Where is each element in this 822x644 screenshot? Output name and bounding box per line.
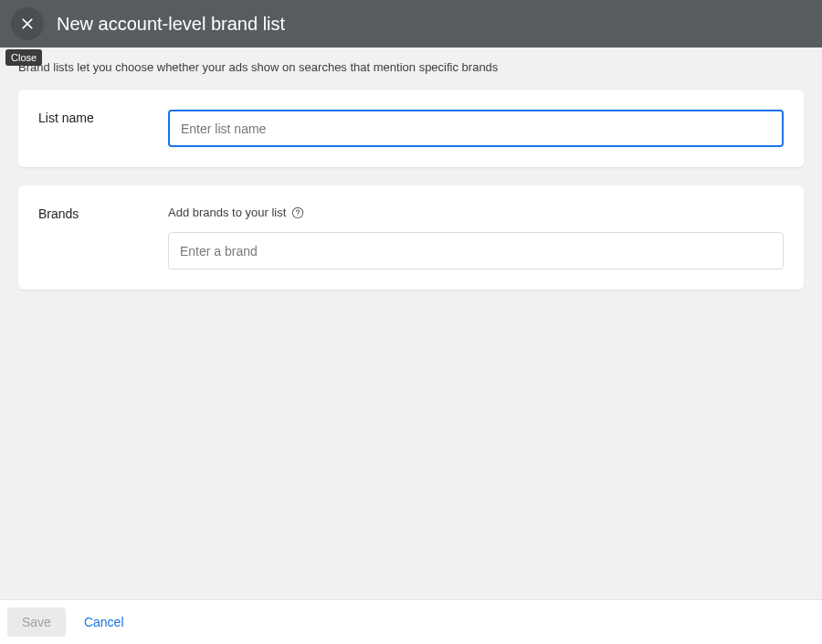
list-name-input[interactable] [168, 110, 784, 147]
close-button[interactable] [11, 7, 44, 40]
list-name-label: List name [38, 110, 168, 147]
brands-label: Brands [38, 206, 168, 269]
svg-point-1 [298, 215, 299, 216]
brand-input[interactable] [168, 232, 784, 269]
content-area: Brand lists let you choose whether your … [0, 48, 822, 290]
brands-card: Brands Add brands to your list [18, 185, 804, 290]
footer-bar: Save Cancel [0, 599, 822, 644]
page-title: New account-level brand list [57, 14, 285, 35]
save-button[interactable]: Save [7, 607, 66, 637]
brands-instruction-row: Add brands to your list [168, 206, 784, 219]
close-tooltip: Close [5, 49, 42, 66]
list-name-card: List name [18, 90, 804, 167]
cancel-button[interactable]: Cancel [69, 607, 139, 637]
modal-header: New account-level brand list [0, 0, 822, 48]
brands-instruction-text: Add brands to your list [168, 206, 286, 219]
help-icon[interactable] [291, 206, 304, 219]
close-icon [18, 15, 37, 33]
page-description: Brand lists let you choose whether your … [18, 60, 804, 74]
